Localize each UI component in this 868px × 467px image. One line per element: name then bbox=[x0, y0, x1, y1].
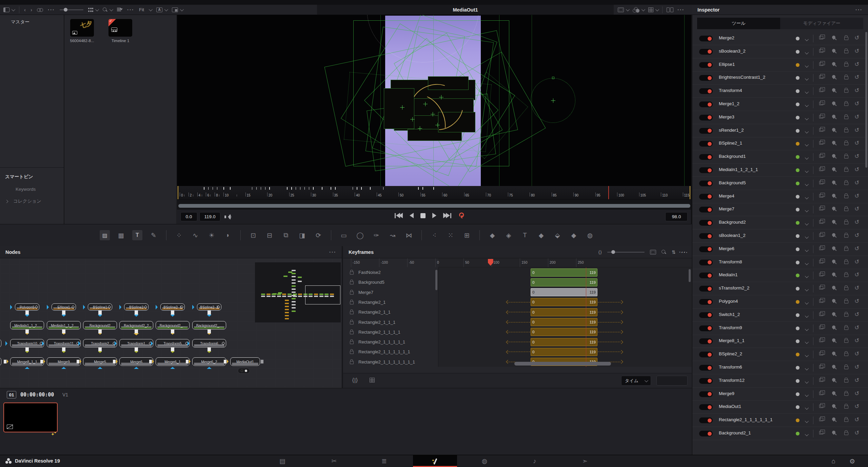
viewer-scrollbar[interactable] bbox=[178, 204, 690, 208]
node-color-dot[interactable] bbox=[796, 300, 800, 304]
lock-icon[interactable] bbox=[844, 314, 848, 317]
timeline-thumbnail[interactable]: ✓ bbox=[108, 19, 132, 37]
page-button-cut[interactable]: ✂ bbox=[312, 455, 356, 467]
source-node[interactable]: Background2_... bbox=[156, 321, 190, 330]
bin-item-collections[interactable]: コレクション bbox=[5, 198, 41, 204]
node-color-dot[interactable] bbox=[796, 208, 800, 211]
chevron-down-icon[interactable] bbox=[805, 155, 808, 161]
chevron-down-icon[interactable] bbox=[805, 366, 808, 372]
node-enable-toggle[interactable] bbox=[699, 220, 713, 226]
lock-icon[interactable] bbox=[350, 331, 354, 334]
step-back-button[interactable] bbox=[410, 213, 414, 218]
node-color-dot[interactable] bbox=[796, 261, 800, 264]
pin-icon[interactable] bbox=[831, 48, 836, 53]
chevron-down-icon[interactable] bbox=[805, 102, 808, 108]
pin-icon[interactable] bbox=[831, 246, 836, 250]
inspector-node-row[interactable]: Background2_1↺ bbox=[692, 427, 868, 440]
keyframe-row-name[interactable]: Merge7 bbox=[343, 287, 438, 297]
node-enable-toggle[interactable] bbox=[699, 286, 713, 292]
pin-icon[interactable] bbox=[831, 325, 836, 330]
lock-icon[interactable] bbox=[844, 432, 848, 435]
inspector-node-row[interactable]: Merge8_1_1↺ bbox=[692, 335, 868, 348]
camera-3d-icon[interactable]: ⬙ bbox=[552, 230, 563, 240]
copy-settings-icon[interactable] bbox=[819, 220, 823, 224]
pin-icon[interactable] bbox=[831, 206, 836, 211]
viewer-overflow-button[interactable]: ··· bbox=[677, 7, 685, 13]
inspector-node-row[interactable]: Background2↺ bbox=[692, 216, 868, 229]
copy-settings-icon[interactable] bbox=[819, 326, 823, 329]
copy-settings-icon[interactable] bbox=[819, 115, 823, 118]
inspector-node-row[interactable]: Ellipse1↺ bbox=[692, 58, 868, 72]
pin-icon[interactable] bbox=[831, 167, 836, 171]
node-enable-toggle[interactable] bbox=[699, 141, 713, 147]
sort-order-icon[interactable]: ⇅ bbox=[672, 249, 676, 255]
inspector-tab-modifiers[interactable]: モディファイアー bbox=[780, 18, 863, 29]
partial-node[interactable] bbox=[0, 339, 1, 348]
chevron-down-icon[interactable] bbox=[805, 129, 808, 135]
lock-icon[interactable] bbox=[844, 353, 848, 356]
chevron-down-icon[interactable] bbox=[805, 260, 808, 266]
view-mode-button[interactable] bbox=[88, 8, 98, 12]
thumbnail-size-slider[interactable] bbox=[60, 10, 83, 10]
inspector-node-row[interactable]: BSpline2_1↺ bbox=[692, 137, 868, 150]
inspector-node-row[interactable]: MediaOut1↺ bbox=[692, 400, 868, 414]
pin-icon[interactable] bbox=[831, 180, 836, 185]
range-end-field[interactable]: 119.0 bbox=[199, 212, 220, 221]
keyframe-row-name[interactable]: Rectangle2_1_1_1 bbox=[343, 317, 438, 327]
pin-icon[interactable] bbox=[831, 338, 836, 342]
inspector-tab-tools[interactable]: ツール bbox=[697, 18, 780, 29]
keyframe-row-name[interactable]: Rectangle2_1_1_1_1_1 bbox=[343, 337, 438, 347]
keyframes-ruler[interactable]: -150-100-50050100150200250 bbox=[438, 258, 692, 267]
chevron-down-icon[interactable] bbox=[805, 115, 808, 122]
node-color-dot[interactable] bbox=[796, 339, 800, 343]
node-color-dot[interactable] bbox=[796, 234, 800, 238]
reset-history-icon[interactable]: ↺ bbox=[854, 166, 859, 173]
forward-button[interactable]: › bbox=[31, 7, 32, 13]
media-out-node[interactable]: MediaOut1 bbox=[230, 357, 260, 366]
node-color-dot[interactable] bbox=[796, 274, 800, 277]
transform-node[interactable]: Transform1 bbox=[119, 339, 153, 348]
lock-icon[interactable] bbox=[844, 90, 848, 93]
source-node[interactable]: Background2 bbox=[83, 321, 117, 330]
chevron-down-icon[interactable] bbox=[805, 50, 808, 56]
page-button-media[interactable]: ▤ bbox=[260, 455, 304, 467]
node-nav-pill[interactable] bbox=[238, 368, 250, 374]
chevron-down-icon[interactable] bbox=[805, 379, 808, 385]
reset-history-icon[interactable]: ↺ bbox=[854, 416, 859, 423]
pin-icon[interactable] bbox=[831, 298, 836, 303]
merge-node[interactable]: Merge8_1_1 bbox=[10, 357, 44, 366]
node-color-dot[interactable] bbox=[796, 155, 800, 159]
chevron-down-icon[interactable] bbox=[805, 89, 808, 95]
copy-settings-icon[interactable] bbox=[819, 286, 823, 289]
node-enable-toggle[interactable] bbox=[699, 115, 713, 120]
reset-history-icon[interactable]: ↺ bbox=[854, 284, 859, 292]
node-enable-toggle[interactable] bbox=[699, 378, 713, 384]
text-3d-icon[interactable]: T bbox=[520, 230, 530, 240]
particle-emitter-icon[interactable]: ⁖ bbox=[429, 230, 439, 240]
node-color-dot[interactable] bbox=[796, 182, 800, 185]
background-icon[interactable]: ▨ bbox=[100, 230, 110, 240]
node-color-dot[interactable] bbox=[796, 168, 800, 172]
link-bins-icon[interactable] bbox=[37, 7, 43, 12]
project-manager-icon[interactable]: ⌂ bbox=[832, 457, 835, 465]
node-color-dot[interactable] bbox=[796, 379, 800, 383]
node-enable-toggle[interactable] bbox=[699, 233, 713, 239]
copy-settings-icon[interactable] bbox=[819, 313, 823, 316]
lock-icon[interactable] bbox=[844, 366, 848, 369]
inspector-scrollbar[interactable] bbox=[865, 32, 867, 168]
zoom-magnifier-icon[interactable] bbox=[662, 250, 666, 255]
pin-icon[interactable] bbox=[831, 74, 836, 79]
inspector-node-row[interactable]: Merge3↺ bbox=[692, 111, 868, 124]
pin-icon[interactable] bbox=[831, 430, 836, 435]
text-plus-icon[interactable]: T bbox=[132, 230, 142, 240]
chevron-down-icon[interactable] bbox=[805, 300, 808, 306]
node-color-dot[interactable] bbox=[796, 353, 800, 356]
reset-history-icon[interactable]: ↺ bbox=[854, 245, 859, 252]
reset-history-icon[interactable]: ↺ bbox=[854, 34, 859, 41]
paint-icon[interactable]: ✎ bbox=[149, 230, 159, 240]
inspector-node-row[interactable]: Transform12↺ bbox=[692, 374, 868, 388]
node-enable-toggle[interactable] bbox=[699, 273, 713, 278]
reset-history-icon[interactable]: ↺ bbox=[854, 311, 859, 318]
chevron-down-icon[interactable] bbox=[805, 286, 808, 293]
node-enable-toggle[interactable] bbox=[699, 365, 713, 371]
